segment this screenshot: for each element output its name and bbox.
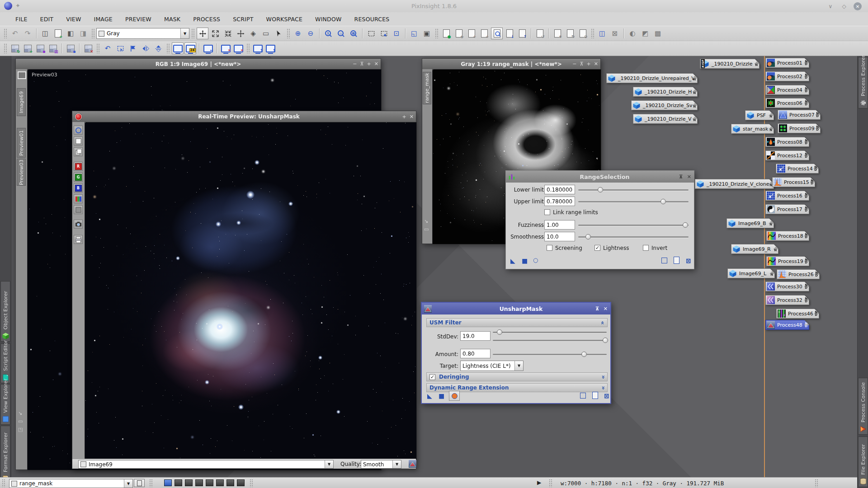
white-square-button[interactable] <box>74 136 83 145</box>
icons-delete-all-button[interactable]: ✕ <box>82 42 94 54</box>
sidebar-item-view-explorer[interactable]: View Explorer <box>0 384 10 425</box>
workspace-button-8[interactable] <box>237 479 245 486</box>
deringing-checkbox[interactable]: ✓ <box>429 374 435 380</box>
desktop-icon-psf[interactable]: PSFN <box>745 110 774 120</box>
select-icons-button[interactable] <box>114 42 126 54</box>
toolbar-grip[interactable] <box>4 28 7 38</box>
gray-window-title-bar[interactable]: Gray 1:19 range_mask | <*new*> −⊼+✕ <box>422 59 600 70</box>
sidebar-item-object-explorer[interactable]: Object Explorer <box>0 281 10 342</box>
iconize-button[interactable]: ⊼ <box>595 306 599 311</box>
toolbar-grip[interactable] <box>166 43 170 53</box>
desktop-icon-image69_l[interactable]: Image69_LN <box>727 268 775 278</box>
iconize-button[interactable]: ⊼ <box>679 174 683 179</box>
zoom-button[interactable]: + <box>402 114 406 119</box>
lower-limit-input[interactable]: 0.180000 <box>544 185 575 194</box>
desktop-icon-_190210_drizzle_unrepaired_v[interactable]: _190210_Drizzle_Unrepaired_VN <box>606 73 698 83</box>
menu-workspace[interactable]: WORKSPACE <box>260 14 309 24</box>
desktop-icon-_190210_drizzle_sv[interactable]: _190210_Drizzle_SvN <box>631 100 698 110</box>
realtime-preview-button[interactable] <box>449 391 460 401</box>
toolbar-grip[interactable] <box>591 28 594 38</box>
expand-section-icon[interactable]: « <box>599 375 606 379</box>
desktop-icon-process16[interactable]: xyProcess16ND <box>765 191 809 201</box>
sidebar-item-process-explorer[interactable]: Process Explorer <box>858 57 868 108</box>
fit-width-button[interactable]: ▭ <box>260 28 272 39</box>
process-cancel-button[interactable]: ⊘ <box>577 28 589 39</box>
toolbar-grip[interactable] <box>4 43 7 53</box>
deringing-section[interactable]: ✓ Deringing « <box>426 372 608 381</box>
blue-channel-button[interactable]: B <box>74 183 83 192</box>
app-restore-button[interactable]: ◇ <box>840 2 848 10</box>
desktop-icon-process09[interactable]: Process09ND <box>778 123 821 133</box>
workspace-close-all-button[interactable]: ✕ <box>232 42 244 54</box>
smoothness-input[interactable]: 10.0 <box>544 232 575 241</box>
invert-checkbox[interactable] <box>643 245 649 251</box>
strip-tool-icon[interactable]: ▭ <box>18 418 23 424</box>
dropdown-arrow-icon[interactable]: ▼ <box>124 479 132 488</box>
collapse-section-icon[interactable]: « <box>599 321 606 324</box>
rgb-channels-button[interactable] <box>74 194 83 203</box>
layers-button[interactable] <box>74 147 83 156</box>
toolbar-grip[interactable] <box>250 479 253 487</box>
close-button[interactable]: ✕ <box>410 114 414 119</box>
menu-script[interactable]: SCRIPT <box>226 14 259 24</box>
reset-button[interactable]: ⊠ <box>604 393 609 399</box>
process-add-instance-button[interactable]: + <box>466 28 477 39</box>
center-view-button[interactable] <box>235 28 246 39</box>
sidebar-item-process-console[interactable]: Process Console <box>858 378 868 435</box>
minimize-button[interactable]: − <box>572 61 576 66</box>
toolbar-grip[interactable] <box>2 479 5 487</box>
desktop-icon-process06[interactable]: Process06ND <box>765 98 809 108</box>
menu-file[interactable]: FILE <box>9 14 34 24</box>
fit-view-button[interactable] <box>222 28 234 39</box>
edit-identifier-button[interactable]: ◫ <box>39 28 51 39</box>
stddev-input[interactable]: 19.0 <box>460 331 491 341</box>
flip-horizontal-button[interactable] <box>140 42 151 54</box>
amount-input[interactable]: 0.80 <box>460 349 491 358</box>
toolbar-grip[interactable] <box>149 479 153 487</box>
smoothness-slider[interactable] <box>578 234 689 240</box>
unsharpmask-title-bar[interactable]: UnsharpMask ⊼✕ <box>422 303 610 314</box>
desktop-icon-_190210_drizzle_v_clone[interactable]: _190210_Drizzle_V_cloneN <box>695 179 774 189</box>
toolbar-grip[interactable] <box>287 28 290 38</box>
desktop-icon-process46[interactable]: Process46ND <box>776 309 819 319</box>
zoom-button[interactable]: + <box>367 61 371 66</box>
menu-process[interactable]: PROCESS <box>187 14 226 24</box>
sidebar-item-script-editor[interactable]: Script Editor <box>0 343 10 383</box>
desktop-icon-process15[interactable]: Process15ND <box>772 177 815 187</box>
desktop-icon-process18[interactable]: Process18ND <box>766 231 809 241</box>
realtime-preview-window[interactable]: Real-Time Preview: UnsharpMask +✕ RGB Im… <box>72 111 416 469</box>
cursor-mode-button[interactable] <box>273 28 284 39</box>
link-range-limits-checkbox[interactable] <box>544 209 550 215</box>
view-tab-preview03[interactable]: Preview03 <box>17 159 26 186</box>
active-view-combo[interactable]: range_mask ▼ <box>9 479 133 488</box>
process-history-button[interactable]: ↺ <box>534 28 546 39</box>
new-image-button[interactable]: + <box>52 28 64 39</box>
close-button[interactable]: ✕ <box>604 306 608 311</box>
app-close-button[interactable]: ✕ <box>854 2 862 10</box>
workspace-button-4[interactable] <box>195 479 203 486</box>
toolbar-grip[interactable] <box>191 28 194 38</box>
panel-close-button[interactable]: ⊠ <box>609 28 621 39</box>
fit-window-frame-button[interactable]: ▣ <box>421 28 433 39</box>
process-settings-button[interactable]: ∗ <box>552 28 563 39</box>
workspace-button-3[interactable] <box>185 479 193 486</box>
camera-button[interactable] <box>74 220 83 229</box>
app-minimize-button[interactable]: ∨ <box>826 2 835 10</box>
edit-instance-button[interactable] <box>674 257 679 265</box>
desktop-icon-process12[interactable]: Process12ND <box>765 150 809 160</box>
toolbar-grip[interactable] <box>549 479 552 487</box>
maximize-window-button[interactable]: ◱ <box>408 28 420 39</box>
menu-edit[interactable]: EDIT <box>34 14 60 24</box>
menu-mask[interactable]: MASK <box>158 14 187 24</box>
rtp-window-title-bar[interactable]: Real-Time Preview: UnsharpMask +✕ <box>72 111 416 122</box>
flip-vertical-button[interactable] <box>152 42 164 54</box>
rtp-view-combo[interactable]: Image69 ▼ <box>78 460 334 469</box>
circle-button[interactable] <box>74 126 83 135</box>
toolbar-grip[interactable] <box>246 43 250 53</box>
close-button[interactable]: ✕ <box>687 174 691 179</box>
sidebar-item-file-explorer[interactable]: File Explorer <box>858 436 868 487</box>
dropdown-arrow-icon[interactable]: ▼ <box>180 28 189 38</box>
browse-documentation-button[interactable] <box>661 258 667 264</box>
menu-view[interactable]: VIEW <box>60 14 87 24</box>
view-tab-preview01[interactable]: Preview01 <box>17 128 26 158</box>
